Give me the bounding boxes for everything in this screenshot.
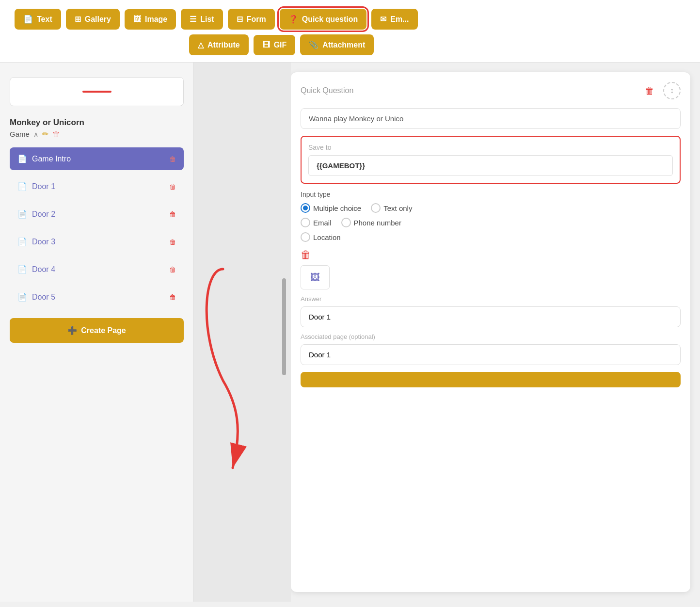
page-item-game-intro[interactable]: 📄 Game Intro 🗑 xyxy=(10,147,184,170)
center-area xyxy=(194,63,291,602)
save-to-input[interactable] xyxy=(308,155,673,176)
answer-block: 🗑 🖼 Answer Associated page (optional) xyxy=(301,249,681,365)
input-type-label: Input type xyxy=(301,191,681,198)
delete-project-icon[interactable]: 🗑 xyxy=(52,130,60,139)
gif-icon: 🎞 xyxy=(262,41,270,49)
list-icon: ☰ xyxy=(190,15,196,24)
page-item-door-5[interactable]: 📄 Door 5 🗑 xyxy=(10,286,184,308)
page-icon-door-2: 📄 xyxy=(17,209,27,219)
page-trash-game-intro[interactable]: 🗑 xyxy=(169,155,176,163)
answer-label: Answer xyxy=(301,295,681,303)
quick-question-icon: ❓ xyxy=(288,15,298,24)
radio-label-text-only: Text only xyxy=(383,204,412,212)
radio-row-1: Multiple choice Text only xyxy=(301,203,681,213)
email-button-label: Em... xyxy=(390,15,409,24)
toolbar: 📄 Text ⊞ Gallery 🖼 Image ☰ List ⊟ Form ❓… xyxy=(0,0,700,63)
page-label-door-2: Door 2 xyxy=(32,210,164,219)
page-trash-door-4[interactable]: 🗑 xyxy=(169,266,176,273)
page-label-game-intro: Game Intro xyxy=(32,155,164,163)
answer-image-button[interactable]: 🖼 xyxy=(301,265,330,289)
page-icon-door-5: 📄 xyxy=(17,292,27,302)
radio-text-only[interactable]: Text only xyxy=(371,203,412,213)
text-button-label: Text xyxy=(37,15,52,24)
panel-delete-button[interactable]: 🗑 xyxy=(641,82,658,99)
page-trash-door-1[interactable]: 🗑 xyxy=(169,183,176,191)
associated-page-label: Associated page (optional) xyxy=(301,333,681,340)
email-icon: ✉ xyxy=(380,15,386,24)
text-button[interactable]: 📄 Text xyxy=(15,9,61,30)
radio-label-phone: Phone number xyxy=(354,219,401,227)
scrollbar[interactable] xyxy=(282,278,286,375)
bottom-action-button[interactable] xyxy=(301,372,681,387)
sidebar-top-card xyxy=(10,77,184,106)
page-item-door-3[interactable]: 📄 Door 3 🗑 xyxy=(10,230,184,253)
radio-circle-email xyxy=(301,218,310,227)
gallery-button[interactable]: ⊞ Gallery xyxy=(66,9,120,30)
quick-question-panel: Quick Question 🗑 ↕ Save to Input type Mu… xyxy=(291,72,690,592)
radio-multiple-choice[interactable]: Multiple choice xyxy=(301,203,361,213)
list-button-label: List xyxy=(200,15,214,24)
gallery-button-label: Gallery xyxy=(85,15,111,24)
panel-move-button[interactable]: ↕ xyxy=(663,82,681,99)
save-to-label: Save to xyxy=(308,144,673,151)
attribute-button[interactable]: △ Attribute xyxy=(189,34,249,55)
image-placeholder-icon: 🖼 xyxy=(310,272,320,283)
page-item-door-2[interactable]: 📄 Door 2 🗑 xyxy=(10,203,184,225)
radio-row-3: Location xyxy=(301,232,681,242)
form-button-label: Form xyxy=(247,15,266,24)
annotation-arrow xyxy=(194,63,291,602)
page-label-door-5: Door 5 xyxy=(32,293,164,302)
radio-email[interactable]: Email xyxy=(301,218,332,227)
page-icon-door-4: 📄 xyxy=(17,265,27,274)
plus-icon: ➕ xyxy=(67,326,77,335)
page-item-door-4[interactable]: 📄 Door 4 🗑 xyxy=(10,258,184,281)
page-trash-door-3[interactable]: 🗑 xyxy=(169,238,176,246)
save-to-section: Save to xyxy=(301,136,681,184)
answer-input[interactable] xyxy=(301,306,681,327)
associated-page-input[interactable] xyxy=(301,344,681,365)
project-name: Monkey or Unicorn xyxy=(10,118,84,128)
answer-trash-button[interactable]: 🗑 xyxy=(301,249,311,261)
question-input[interactable] xyxy=(301,108,681,129)
main-content: Monkey or Unicorn Game ∧ ✏ 🗑 📄 Game Intr… xyxy=(0,63,700,602)
attachment-icon: 📎 xyxy=(309,40,318,49)
page-item-door-1[interactable]: 📄 Door 1 🗑 xyxy=(10,175,184,198)
attribute-button-label: Attribute xyxy=(207,41,240,49)
toolbar-row2: △ Attribute 🎞 GIF 📎 Attachment xyxy=(189,34,374,55)
quick-question-button[interactable]: ❓ Quick question xyxy=(280,9,367,30)
page-trash-door-2[interactable]: 🗑 xyxy=(169,210,176,218)
gif-button-label: GIF xyxy=(274,41,287,49)
radio-circle-multiple-choice xyxy=(301,203,310,213)
radio-circle-phone xyxy=(341,218,351,227)
attachment-button[interactable]: 📎 Attachment xyxy=(300,34,374,55)
radio-label-multiple-choice: Multiple choice xyxy=(313,204,361,212)
page-label-door-4: Door 4 xyxy=(32,265,164,274)
project-subheader: Game ∧ ✏ 🗑 xyxy=(10,129,184,139)
panel-header: Quick Question 🗑 ↕ xyxy=(301,82,681,99)
radio-label-email: Email xyxy=(313,219,332,227)
gif-button[interactable]: 🎞 GIF xyxy=(254,35,296,55)
project-subtitle: Game xyxy=(10,130,30,138)
edit-icon[interactable]: ✏ xyxy=(42,129,48,139)
panel-title: Quick Question xyxy=(301,86,353,95)
create-page-button[interactable]: ➕ Create Page xyxy=(10,318,184,343)
form-icon: ⊟ xyxy=(237,15,243,24)
attachment-button-label: Attachment xyxy=(322,41,365,49)
page-trash-door-5[interactable]: 🗑 xyxy=(169,293,176,301)
page-icon-door-3: 📄 xyxy=(17,237,27,246)
page-icon-door-1: 📄 xyxy=(17,182,27,191)
form-button[interactable]: ⊟ Form xyxy=(228,9,275,30)
radio-location[interactable]: Location xyxy=(301,232,341,242)
email-button[interactable]: ✉ Em... xyxy=(371,9,417,30)
quick-question-button-label: Quick question xyxy=(302,15,358,24)
attribute-icon: △ xyxy=(198,40,204,49)
radio-phone[interactable]: Phone number xyxy=(341,218,401,227)
image-button[interactable]: 🖼 Image xyxy=(125,9,176,30)
page-icon-game-intro: 📄 xyxy=(17,154,27,163)
radio-row-2: Email Phone number xyxy=(301,218,681,227)
chevron-icon: ∧ xyxy=(33,130,38,138)
image-button-label: Image xyxy=(145,15,167,24)
text-icon: 📄 xyxy=(23,15,33,24)
radio-circle-text-only xyxy=(371,203,381,213)
list-button[interactable]: ☰ List xyxy=(181,9,223,30)
